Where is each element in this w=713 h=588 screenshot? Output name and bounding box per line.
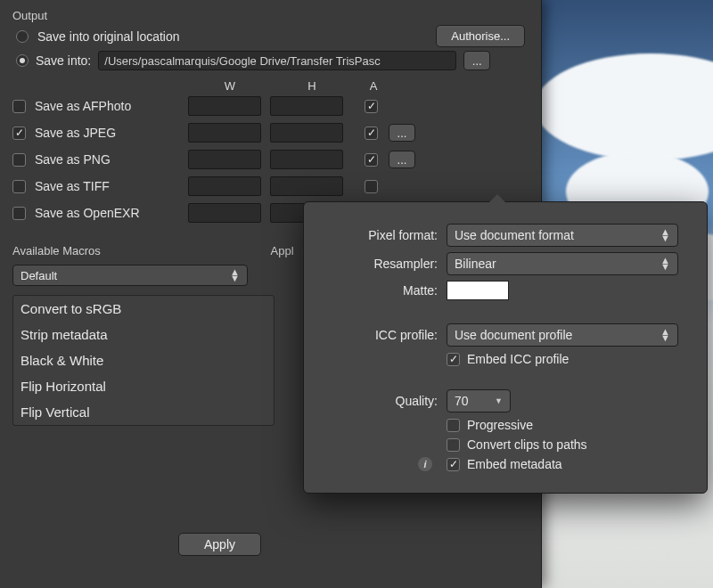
pixel-format-label: Pixel format: — [307, 228, 447, 242]
macro-list-item[interactable]: Strip metadata — [13, 322, 274, 347]
pixel-format-value: Use document format — [455, 228, 574, 242]
format-label: Save as TIFF — [35, 179, 188, 193]
save-path-field[interactable]: /Users/pascalmarquis/Google Drive/Transf… — [98, 51, 456, 70]
format-options-button[interactable]: ... — [389, 151, 415, 168]
quality-label: Quality: — [307, 394, 447, 408]
embed-metadata-label: Embed metadata — [467, 457, 562, 471]
width-input[interactable] — [188, 203, 261, 223]
format-label: Save as AFPhoto — [35, 99, 188, 113]
height-input[interactable] — [270, 176, 343, 196]
aspect-checkbox[interactable] — [365, 180, 378, 193]
width-input[interactable] — [188, 123, 261, 143]
radio-save-original[interactable] — [16, 30, 29, 43]
embed-icc-checkbox[interactable] — [447, 353, 460, 366]
embed-metadata-checkbox[interactable] — [447, 458, 460, 471]
convert-clips-checkbox[interactable] — [447, 438, 460, 452]
aspect-checkbox[interactable] — [365, 153, 378, 167]
col-w: W — [189, 79, 271, 93]
format-options-button[interactable]: ... — [389, 124, 415, 142]
format-label: Save as JPEG — [35, 126, 188, 140]
chevron-down-icon: ▼ — [495, 396, 503, 405]
resampler-select[interactable]: Bilinear ▲▼ — [447, 252, 678, 275]
icc-profile-label: ICC profile: — [307, 328, 447, 342]
macro-preset-select[interactable]: Default ▲▼ — [12, 265, 248, 286]
format-label: Save as PNG — [35, 152, 188, 167]
convert-clips-label: Convert clips to paths — [467, 437, 587, 452]
progressive-label: Progressive — [467, 418, 533, 432]
resampler-value: Bilinear — [455, 257, 496, 271]
radio-save-into-label: Save into: — [36, 53, 91, 68]
info-icon[interactable]: i — [418, 457, 432, 471]
col-h: H — [271, 79, 353, 93]
format-label: Save as OpenEXR — [35, 206, 188, 220]
browse-path-button[interactable]: ... — [463, 51, 490, 70]
radio-save-into[interactable] — [16, 54, 29, 67]
height-input[interactable] — [270, 150, 343, 169]
format-row: Save as JPEG... — [12, 119, 529, 146]
format-columns-header: W H A — [12, 79, 529, 93]
format-row: Save as AFPhoto — [12, 93, 529, 119]
jpeg-options-popover: Pixel format: Use document format ▲▼ Res… — [303, 201, 708, 494]
icc-profile-value: Use document profile — [455, 328, 572, 342]
macro-list-item[interactable]: Flip Vertical — [13, 399, 274, 425]
format-checkbox[interactable] — [12, 207, 26, 220]
format-checkbox[interactable] — [12, 100, 26, 113]
output-heading: Output — [12, 9, 529, 22]
icc-profile-select[interactable]: Use document profile ▲▼ — [447, 323, 678, 347]
select-stepper-icon: ▲▼ — [660, 257, 670, 270]
format-checkbox[interactable] — [12, 180, 26, 193]
height-input[interactable] — [270, 123, 343, 143]
height-input[interactable] — [270, 96, 343, 116]
apply-button[interactable]: Apply — [178, 533, 261, 556]
format-row: Save as PNG... — [12, 146, 529, 173]
col-a: A — [353, 79, 394, 93]
quality-select[interactable]: 70 ▼ — [447, 389, 511, 412]
format-checkbox[interactable] — [12, 153, 26, 167]
matte-label: Matte: — [307, 283, 447, 298]
width-input[interactable] — [188, 96, 261, 116]
macro-list-item[interactable]: Flip Horizontal — [13, 373, 274, 399]
macro-list-item[interactable]: Convert to sRGB — [13, 296, 274, 322]
matte-color-swatch[interactable] — [447, 281, 509, 300]
macro-preset-value: Default — [20, 269, 57, 282]
format-checkbox[interactable] — [12, 127, 26, 140]
progressive-checkbox[interactable] — [447, 419, 460, 432]
resampler-label: Resampler: — [307, 257, 447, 271]
width-input[interactable] — [188, 176, 261, 196]
quality-value: 70 — [455, 394, 469, 408]
macro-list-item[interactable]: Black & White — [13, 347, 274, 373]
select-stepper-icon: ▲▼ — [660, 229, 670, 241]
select-stepper-icon: ▲▼ — [230, 269, 240, 282]
width-input[interactable] — [188, 150, 261, 169]
embed-icc-label: Embed ICC profile — [467, 352, 569, 366]
select-stepper-icon: ▲▼ — [660, 329, 670, 341]
radio-save-original-label: Save into original location — [37, 29, 180, 44]
aspect-checkbox[interactable] — [365, 127, 378, 140]
format-row: Save as TIFF — [12, 173, 529, 200]
authorise-button[interactable]: Authorise... — [436, 25, 525, 47]
available-macros-label: Available Macros — [12, 244, 271, 257]
macro-list: Convert to sRGBStrip metadataBlack & Whi… — [12, 295, 275, 426]
cloud-decoration — [535, 53, 713, 160]
aspect-checkbox[interactable] — [365, 100, 378, 113]
pixel-format-select[interactable]: Use document format ▲▼ — [447, 224, 678, 247]
